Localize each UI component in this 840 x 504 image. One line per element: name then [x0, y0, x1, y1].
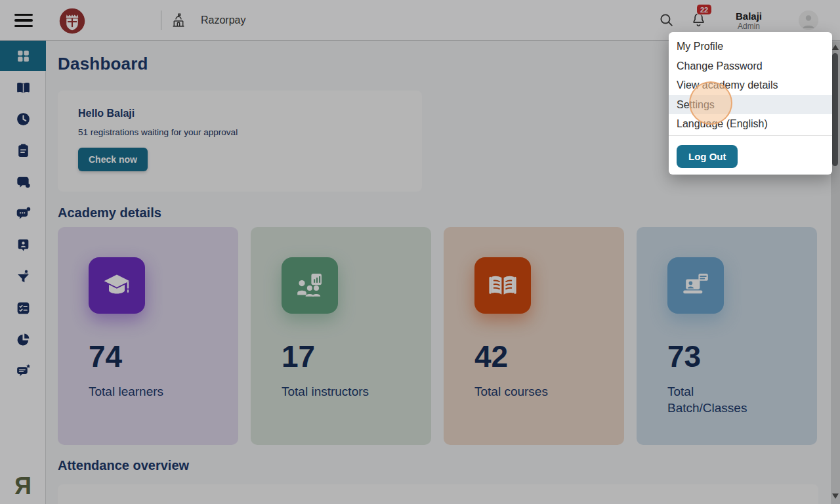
- menu-item-view-academy-details[interactable]: View academy details: [669, 75, 832, 95]
- menu-item-settings[interactable]: Settings: [669, 95, 832, 115]
- menu-item-change-password[interactable]: Change Password: [669, 56, 832, 76]
- log-out-button[interactable]: Log Out: [677, 145, 738, 168]
- profile-dropdown-menu: My Profile Change Password View academy …: [669, 32, 832, 175]
- menu-item-my-profile[interactable]: My Profile: [669, 37, 832, 56]
- menu-item-language[interactable]: Language (English): [669, 114, 832, 134]
